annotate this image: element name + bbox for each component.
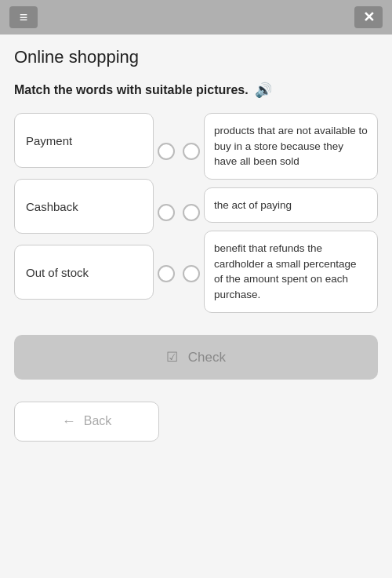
left-radio-cashback[interactable] xyxy=(158,204,175,221)
left-radio-payment[interactable] xyxy=(158,143,175,160)
word-payment: Payment xyxy=(14,113,154,168)
right-radio-column xyxy=(179,113,204,313)
speaker-icon[interactable]: 🔊 xyxy=(255,82,272,99)
check-button[interactable]: ☑ Check xyxy=(14,335,378,380)
left-radio-outofstock[interactable] xyxy=(158,265,175,282)
close-icon: ✕ xyxy=(363,9,375,26)
back-button[interactable]: ← Back xyxy=(14,402,159,442)
left-radio-column xyxy=(154,113,179,313)
matching-area: Payment Cashback Out of stock products t… xyxy=(14,113,378,313)
menu-button[interactable]: ≡ xyxy=(9,6,38,28)
menu-icon: ≡ xyxy=(20,9,28,26)
instruction-text: Match the words with suitable pictures. xyxy=(14,83,249,97)
words-column: Payment Cashback Out of stock xyxy=(14,113,154,313)
definition-3: benefit that refunds the cardholder a sm… xyxy=(204,231,378,312)
right-radio-def2[interactable] xyxy=(183,204,200,221)
close-button[interactable]: ✕ xyxy=(354,6,383,28)
top-bar: ≡ ✕ xyxy=(0,0,392,35)
page-title: Online shopping xyxy=(14,47,378,67)
back-arrow-icon: ← xyxy=(62,413,76,430)
definitions-column: products that are not available to buy i… xyxy=(204,113,378,313)
right-radio-def1[interactable] xyxy=(183,143,200,160)
check-label: Check xyxy=(188,350,226,365)
word-cashback: Cashback xyxy=(14,179,154,234)
back-label: Back xyxy=(84,414,112,428)
word-outofstock: Out of stock xyxy=(14,245,154,300)
content-area: Online shopping Match the words with sui… xyxy=(0,35,392,454)
right-radio-def3[interactable] xyxy=(183,265,200,282)
definition-1: products that are not available to buy i… xyxy=(204,113,378,180)
definition-2: the act of paying xyxy=(204,187,378,224)
check-icon: ☑ xyxy=(166,350,178,365)
instruction-row: Match the words with suitable pictures. … xyxy=(14,82,378,99)
